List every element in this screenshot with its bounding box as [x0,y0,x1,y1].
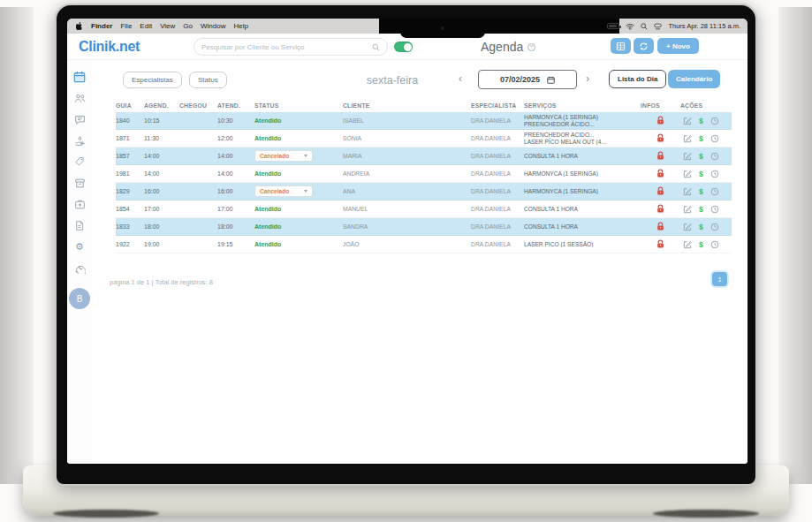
cell-status: Atendido [254,241,343,247]
table-row[interactable]: 1857 14:00 14:00 Cancelado MARIA DRA DAN… [116,148,732,165]
user-avatar[interactable]: B [69,288,90,309]
edit-icon[interactable] [683,187,692,196]
history-clock-icon[interactable] [710,152,719,161]
export-excel-button[interactable] [611,38,631,54]
calendar-icon [73,71,86,83]
menu-help[interactable]: Help [233,22,247,30]
payment-icon[interactable]: $ [699,240,703,249]
payment-icon[interactable]: $ [699,152,703,161]
payment-icon[interactable]: $ [699,187,703,196]
history-clock-icon[interactable] [710,240,719,249]
cell-especialista: DRA DANIELA [471,206,524,212]
cell-cliente: ISABEL [343,117,471,124]
spotlight-search-icon[interactable] [641,23,648,30]
edit-icon[interactable] [683,170,692,178]
table-row[interactable]: 1854 17:00 17:00 Atendido MANUEL DRA DAN… [116,200,732,218]
history-clock-icon[interactable] [710,117,719,125]
payment-icon[interactable]: $ [699,170,703,178]
prev-day-button[interactable]: ‹ [459,72,462,85]
history-clock-icon[interactable] [710,187,719,196]
cell-servicos: HARMONYCA (1 SERINGA) [524,188,641,194]
help-icon[interactable]: ? [527,43,535,51]
col-chegou: CHEGOU [179,102,217,109]
refresh-button[interactable] [634,38,654,54]
lock-icon[interactable] [656,239,665,249]
menu-window[interactable]: Window [201,22,225,30]
battery-icon[interactable] [607,23,619,29]
edit-icon[interactable] [683,205,692,214]
sidebar-item-settings[interactable]: ⚙ [67,236,92,257]
menu-edit[interactable]: Edit [140,22,152,30]
col-agend: AGEND. [144,102,179,109]
sidebar-item-clients[interactable] [67,87,92,109]
table-row[interactable]: 1829 16:00 16:00 Cancelado ANA DRA DANIE… [116,183,732,200]
table-row[interactable]: 1871 11:30 12:00 Atendido SÓNIA DRA DANI… [116,130,732,148]
history-clock-icon[interactable] [710,134,719,143]
payment-icon[interactable]: $ [699,117,703,125]
payment-icon[interactable]: $ [699,205,703,214]
table-row[interactable]: 1922 19:00 19:15 Atendido JOÃO DRA DANIE… [116,236,732,253]
lock-icon[interactable] [656,204,665,214]
payment-icon[interactable]: $ [699,134,703,143]
history-clock-icon[interactable] [710,205,719,214]
status-filter-button[interactable]: Status [189,72,227,88]
sidebar-item-agenda[interactable] [67,66,92,87]
apple-icon[interactable] [76,22,83,30]
payment-icon[interactable]: $ [699,223,703,231]
menu-file[interactable]: File [120,22,132,30]
search-input[interactable] [201,43,372,51]
sidebar-item-inventory[interactable] [67,172,92,193]
cell-servicos: PREENCHEDOR ÁCIDO...LASER PÍCO MELAN OUT… [524,132,641,144]
history-clock-icon[interactable] [710,170,719,178]
archive-box-icon [74,178,86,189]
edit-icon[interactable] [683,134,692,143]
status-dropdown[interactable]: Cancelado [254,150,313,162]
menu-go[interactable]: Go [183,22,193,30]
edit-icon[interactable] [683,152,692,161]
menu-finder[interactable]: Finder [91,22,112,30]
lock-icon[interactable] [656,186,665,196]
next-day-button[interactable]: › [586,72,589,85]
lock-icon[interactable] [656,116,665,125]
table-row[interactable]: 1840 10:15 10:30 Atendido ISABEL DRA DAN… [116,112,732,130]
cell-servicos: CONSULTA 1 HORA [524,223,641,230]
calendar-view-button[interactable]: Calendário [668,70,720,88]
list-day-button[interactable]: Lista do Dia [609,70,666,88]
edit-icon[interactable] [683,240,692,249]
history-clock-icon[interactable] [710,223,719,231]
table-row[interactable]: 1981 14:00 14:00 Atendido ANDREIA DRA DA… [116,165,732,183]
lock-icon[interactable] [656,222,665,231]
sidebar-item-messages[interactable] [67,109,92,130]
lock-icon[interactable] [656,133,665,143]
cell-atend: 17:00 [217,206,254,212]
menubar-clock[interactable]: Thurs Apr. 28 11:15 a.m. [668,22,740,30]
menu-view[interactable]: View [160,22,175,30]
page-1-button[interactable]: 1 [712,272,727,286]
date-input[interactable]: 07/02/2025 [478,70,577,89]
new-appointment-button[interactable]: + Novo [657,38,699,54]
sidebar-item-reports[interactable] [67,215,92,236]
cell-guia: 1857 [116,153,144,159]
status-dropdown[interactable]: Cancelado [254,185,313,197]
sidebar-item-services[interactable] [67,130,92,151]
table-row[interactable]: 1833 18:00 18:00 Atendido SANDRA DRA DAN… [116,218,732,236]
tag-icon [74,156,85,167]
search-box [194,38,388,56]
edit-icon[interactable] [683,117,692,125]
control-center-icon[interactable] [654,23,662,30]
sidebar-item-medical[interactable] [67,193,92,215]
sidebar-item-promotions[interactable] [67,151,92,172]
wifi-icon[interactable] [626,23,634,30]
lock-icon[interactable] [656,169,665,178]
lock-icon[interactable] [656,151,665,161]
pagination-summary: página 1 de 1 | Total de registros: 8 [110,278,213,286]
cell-agend: 17:00 [144,206,179,212]
cell-especialista: DRA DANIELA [471,223,524,230]
document-export-icon [74,220,85,231]
availability-toggle[interactable] [394,42,413,52]
especialistas-filter-button[interactable]: Especialistas [123,72,182,88]
chat-icon [74,114,86,125]
sidebar-item-whatsapp[interactable] [67,257,92,278]
backdrop-left [0,7,34,484]
edit-icon[interactable] [683,223,692,231]
